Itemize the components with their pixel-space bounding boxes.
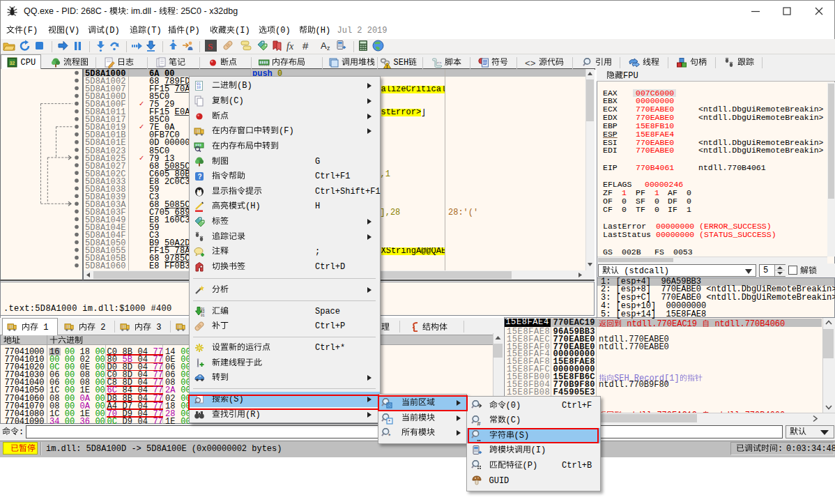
svg-text:A: A — [321, 40, 327, 51]
svg-text:#: # — [302, 40, 309, 52]
svg-text:fx: fx — [286, 40, 294, 51]
svg-text:!: ! — [386, 63, 388, 68]
svg-text:z: z — [327, 45, 330, 52]
svg-text:<>: <> — [436, 60, 442, 65]
svg-text:#: # — [477, 420, 480, 427]
svg-text:01: 01 — [201, 314, 205, 317]
svg-text:*: * — [388, 418, 390, 424]
svg-text:<>: <> — [525, 58, 536, 68]
svg-text:?: ? — [197, 173, 201, 181]
svg-text:S: S — [208, 40, 213, 51]
svg-text:10: 10 — [197, 86, 201, 90]
svg-text:*: * — [388, 434, 391, 439]
